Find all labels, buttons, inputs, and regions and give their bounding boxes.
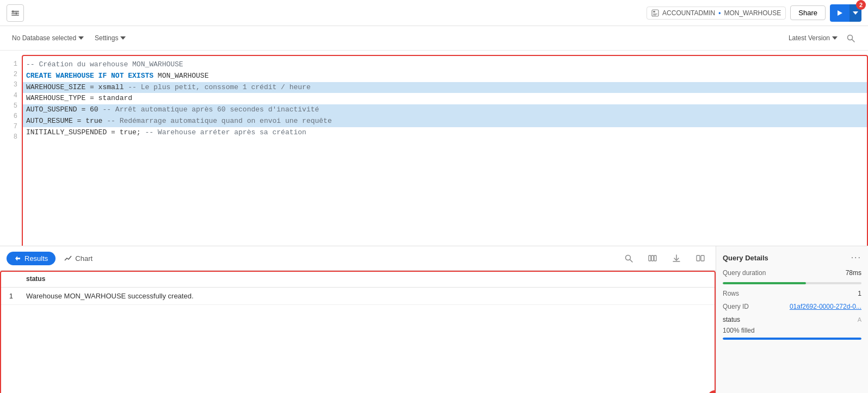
columns-icon — [648, 254, 657, 263]
duration-progress-fill — [723, 282, 806, 284]
rows-value: 1 — [858, 290, 861, 297]
version-selector[interactable]: Latest Version — [789, 34, 838, 42]
results-tab-label: Results — [24, 254, 48, 263]
warehouse-label: MON_WARHOUSE — [724, 9, 781, 17]
settings-icon-btn[interactable] — [7, 4, 24, 22]
row-number-header — [0, 271, 20, 288]
code-comment-1: -- Création du warehouse MON_WARHOUSE — [26, 60, 183, 68]
duration-row: Query duration 78ms — [723, 269, 861, 277]
more-options-button[interactable]: ··· — [851, 253, 861, 263]
code-line-7: INITIALLY_SUSPENDED = true; -- Warehouse… — [26, 127, 864, 139]
svg-rect-7 — [653, 14, 657, 14]
sliders-icon — [11, 9, 20, 17]
split-icon — [696, 254, 705, 263]
sort-icon: A — [858, 316, 861, 323]
download-button[interactable] — [668, 249, 685, 267]
status-progress-fill — [723, 338, 861, 340]
query-id-row: Query ID 01af2692-0000-272d-0... — [723, 303, 861, 310]
results-tabs-right — [620, 249, 709, 267]
results-table-header-row: status — [0, 271, 716, 288]
code-comment-5b: -- Arrêt automatique après 60 secondes d… — [99, 105, 319, 114]
bottom-panel: Results Chart — [0, 246, 868, 393]
query-details-header: Query Details ··· — [723, 253, 861, 263]
svg-rect-1 — [11, 13, 19, 14]
editor-area: 1 2 3 4 5 6 7 8 1 -- Création du warehou… — [0, 51, 868, 246]
status-cell: Warehouse MON_WARHOUSE successfully crea… — [20, 288, 716, 305]
play-icon — [836, 9, 844, 17]
line-numbers: 1 2 3 4 5 6 7 8 — [0, 51, 22, 246]
duration-progress-bar — [723, 282, 861, 284]
results-search-icon — [625, 254, 633, 263]
status-column-header: status — [20, 271, 716, 288]
svg-rect-8 — [653, 15, 656, 15]
results-tabs-row: Results Chart — [0, 246, 716, 271]
settings-chevron-icon — [120, 36, 126, 40]
chevron-down-icon — [853, 11, 858, 15]
results-search-button[interactable] — [620, 249, 637, 267]
code-comment-3b: -- Le plus petit, conssome 1 crédit / he… — [124, 83, 310, 91]
results-tabs-left: Results Chart — [7, 252, 97, 265]
search-icon — [847, 34, 855, 42]
code-line-1: -- Création du warehouse MON_WARHOUSE — [26, 59, 864, 71]
run-button[interactable] — [830, 4, 849, 22]
share-button[interactable]: Share — [790, 5, 826, 20]
svg-line-15 — [852, 39, 854, 42]
editor-inner[interactable]: 1 2 3 4 5 6 7 8 1 -- Création du warehou… — [0, 51, 868, 246]
svg-rect-3 — [13, 10, 14, 13]
duration-value: 78ms — [846, 269, 861, 277]
code-normal-2: MON_WARHOUSE — [153, 72, 208, 80]
line-num-5: 5 — [4, 101, 17, 111]
main-content: 1 2 3 4 5 6 7 8 1 -- Création du warehou… — [0, 51, 868, 393]
code-line-2: CREATE WAREHOUSE IF NOT EXISTS MON_WARHO… — [26, 71, 864, 82]
topbar-left — [7, 4, 24, 22]
line-num-8: 8 — [4, 132, 17, 142]
tab-chart[interactable]: Chart — [60, 252, 97, 265]
table-row: 1 Warehouse MON_WARHOUSE successfully cr… — [0, 288, 716, 305]
line-num-7: 7 — [4, 122, 17, 132]
code-line-8 — [26, 139, 864, 150]
svg-rect-20 — [654, 255, 656, 261]
run-badge: 2 — [856, 0, 866, 10]
search-button[interactable] — [842, 29, 859, 47]
user-info: ACCOUNTADMIN • MON_WARHOUSE — [647, 7, 786, 20]
status-label: status — [723, 316, 740, 323]
rows-row: Rows 1 — [723, 290, 861, 297]
topbar: ACCOUNTADMIN • MON_WARHOUSE Share 2 — [0, 0, 868, 26]
tab-results[interactable]: Results — [7, 252, 56, 265]
query-id-label: Query ID — [723, 303, 749, 310]
svg-rect-5 — [652, 10, 658, 16]
query-id-value[interactable]: 01af2692-0000-272d-0... — [790, 303, 861, 310]
svg-marker-12 — [120, 36, 126, 40]
database-selector[interactable]: No Database selected — [9, 33, 87, 43]
toolbar-right: Latest Version — [789, 29, 859, 47]
split-button[interactable] — [692, 249, 709, 267]
rows-label: Rows — [723, 290, 739, 297]
svg-rect-24 — [701, 255, 704, 261]
query-details-title: Query Details — [723, 254, 768, 262]
user-icon — [651, 9, 659, 17]
version-label: Latest Version — [789, 34, 830, 42]
row-number-cell: 1 — [0, 288, 20, 305]
columns-button[interactable] — [644, 249, 661, 267]
separator: • — [718, 9, 721, 17]
settings-button[interactable]: Settings — [91, 33, 129, 43]
run-btn-group: 2 — [830, 4, 861, 22]
db-label: No Database selected — [12, 34, 76, 42]
status-value: 100% filled — [723, 327, 861, 334]
svg-rect-18 — [649, 255, 651, 261]
results-table: status 1 Warehouse MON_WARHOUSE successf… — [0, 271, 716, 305]
code-comment-6b: -- Redémarrage automatique quand on envo… — [102, 117, 331, 125]
status-progress — [723, 338, 861, 340]
code-editor[interactable]: 1 -- Création du warehouse MON_WARHOUSE … — [22, 51, 868, 246]
code-normal-3a: WAREHOUSE_SIZE = xsmall — [26, 83, 124, 91]
code-normal-7a: INITIALLY_SUSPENDED = true; — [26, 128, 145, 136]
code-line-6: AUTO_RESUME = true -- Redémarrage automa… — [22, 116, 868, 127]
line-num-3: 3 — [4, 80, 17, 90]
code-normal-4: WAREHOUSE_TYPE = standard — [26, 94, 132, 102]
svg-rect-4 — [16, 12, 17, 14]
line-num-1: 1 — [4, 59, 17, 70]
svg-rect-19 — [651, 255, 654, 261]
settings-label: Settings — [95, 34, 118, 42]
line-num-2: 2 — [4, 70, 17, 80]
topbar-right: ACCOUNTADMIN • MON_WARHOUSE Share 2 — [647, 4, 861, 22]
